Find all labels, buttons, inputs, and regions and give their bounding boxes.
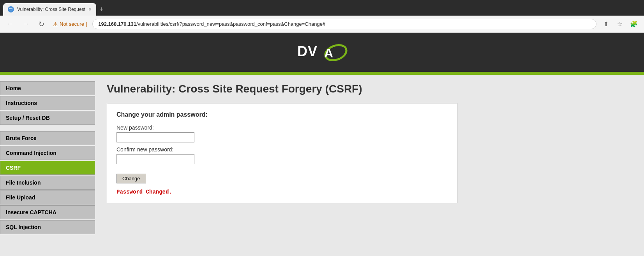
url-domain: 192.168.170.131/vulnerabilities/csrf/?pa… xyxy=(98,21,325,27)
sidebar-item-command-injection[interactable]: Command Injection xyxy=(0,146,95,160)
tab-bar: 🛡 Vulnerability: Cross Site Request × + xyxy=(0,0,644,16)
dvwa-swoosh: A xyxy=(321,42,348,63)
main-content: Home Instructions Setup / Reset DB Brute… xyxy=(0,75,644,256)
tab-close-button[interactable]: × xyxy=(88,6,92,12)
new-tab-button[interactable]: + xyxy=(99,5,104,14)
sidebar-item-sql-injection[interactable]: SQL Injection xyxy=(0,220,95,234)
green-bar xyxy=(0,72,644,75)
page-title: Vulnerability: Cross Site Request Forger… xyxy=(107,83,632,95)
dvwa-logo: DV A xyxy=(297,42,347,63)
sidebar-item-instructions[interactable]: Instructions xyxy=(0,96,95,110)
separator: | xyxy=(86,21,87,27)
confirm-password-label: Confirm new password: xyxy=(116,146,448,153)
tab-favicon: 🛡 xyxy=(8,6,14,12)
dvwa-logo-text: DV A xyxy=(297,42,347,63)
confirm-password-group: Confirm new password: xyxy=(116,146,448,164)
bookmark-button[interactable]: ☆ xyxy=(614,18,626,30)
change-button[interactable]: Change xyxy=(116,174,146,183)
back-icon: ← xyxy=(7,20,14,28)
reload-button[interactable]: ↻ xyxy=(35,18,48,30)
sidebar-divider xyxy=(0,126,95,131)
confirm-password-input[interactable] xyxy=(116,154,194,164)
sidebar-item-file-upload[interactable]: File Upload xyxy=(0,190,95,204)
sidebar-item-setup-reset-db[interactable]: Setup / Reset DB xyxy=(0,111,95,125)
share-button[interactable]: ⬆ xyxy=(600,18,612,30)
form-heading: Change your admin password: xyxy=(116,111,448,118)
active-tab[interactable]: 🛡 Vulnerability: Cross Site Request × xyxy=(3,3,96,16)
sidebar-item-file-inclusion[interactable]: File Inclusion xyxy=(0,176,95,190)
security-warning: ⚠ Not secure | xyxy=(53,21,87,27)
extensions-button[interactable]: 🧩 xyxy=(628,18,640,30)
browser-chrome: 🛡 Vulnerability: Cross Site Request × + … xyxy=(0,0,644,33)
forward-icon: → xyxy=(22,20,29,28)
url-bar[interactable]: 192.168.170.131/vulnerabilities/csrf/?pa… xyxy=(92,19,596,29)
sidebar-item-brute-force[interactable]: Brute Force xyxy=(0,131,95,145)
page-wrapper: DV A Home Instructions Setup / Reset DB … xyxy=(0,33,644,256)
nav-actions: ⬆ ☆ 🧩 xyxy=(600,18,640,30)
dvwa-header: DV A xyxy=(0,33,644,72)
nav-bar: ← → ↻ ⚠ Not secure | 192.168.170.131/vul… xyxy=(0,16,644,33)
new-password-input[interactable] xyxy=(116,132,194,142)
svg-text:A: A xyxy=(324,46,333,60)
new-password-label: New password: xyxy=(116,124,448,131)
security-warning-text: Not secure xyxy=(60,21,84,27)
success-message: Password Changed. xyxy=(116,189,448,195)
sidebar-item-home[interactable]: Home xyxy=(0,81,95,95)
star-icon: ☆ xyxy=(617,20,623,28)
extensions-icon: 🧩 xyxy=(630,20,638,28)
back-button[interactable]: ← xyxy=(4,18,16,30)
sidebar: Home Instructions Setup / Reset DB Brute… xyxy=(0,75,95,256)
forward-button[interactable]: → xyxy=(19,18,32,30)
tab-title: Vulnerability: Cross Site Request xyxy=(17,7,85,12)
reload-icon: ↻ xyxy=(39,20,44,28)
sidebar-item-csrf[interactable]: CSRF xyxy=(0,161,95,175)
csrf-form-box: Change your admin password: New password… xyxy=(107,103,457,203)
share-icon: ⬆ xyxy=(603,20,609,28)
warning-icon: ⚠ xyxy=(53,21,58,27)
sidebar-item-insecure-captcha[interactable]: Insecure CAPTCHA xyxy=(0,205,95,219)
new-password-group: New password: xyxy=(116,124,448,142)
content-area: Vulnerability: Cross Site Request Forger… xyxy=(95,75,644,256)
